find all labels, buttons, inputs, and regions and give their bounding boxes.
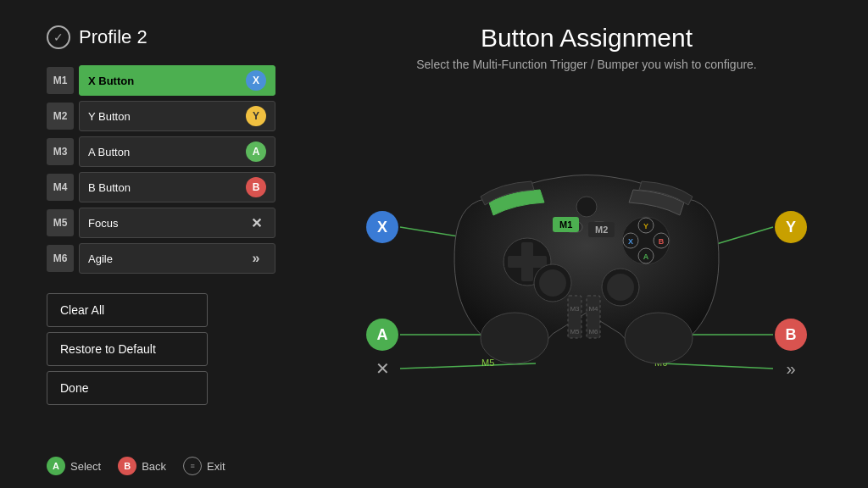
assignment-row-m5[interactable]: M5Focus✕ xyxy=(47,207,275,239)
svg-point-13 xyxy=(625,313,693,363)
page-subtitle: Select the Multi-Function Trigger / Bump… xyxy=(416,58,757,71)
svg-text:Y: Y xyxy=(643,222,648,230)
controller-image: Y A X B M3 M4 M5 M6 xyxy=(442,130,731,368)
assignment-row-m1[interactable]: M1X ButtonX xyxy=(47,64,275,97)
svg-point-20 xyxy=(539,269,566,297)
nav-label-select: Select xyxy=(70,460,101,473)
svg-text:M4: M4 xyxy=(588,305,598,313)
assignment-button-m2[interactable]: Y ButtonY xyxy=(79,101,275,131)
m1-active-pill: M1 xyxy=(553,217,579,232)
assignment-list: M1X ButtonXM2Y ButtonYM3A ButtonAM4B But… xyxy=(47,64,275,274)
profile-header: ✓ Profile 2 xyxy=(47,25,275,49)
bottom-nav: ASelectBBack≡Exit xyxy=(47,457,225,475)
m2-pill: M2 xyxy=(588,222,615,237)
focus-label: ✕ xyxy=(366,352,398,385)
profile-check-icon: ✓ xyxy=(47,25,70,49)
nav-badge-back: B xyxy=(118,457,136,475)
assignment-label-m5: Focus xyxy=(88,217,118,230)
nav-item-exit: ≡Exit xyxy=(183,457,225,475)
assignment-icon-m5: ✕ xyxy=(246,213,266,233)
svg-text:X: X xyxy=(628,237,633,246)
assignment-icon-m4: B xyxy=(246,177,266,197)
assignment-row-m3[interactable]: M3A ButtonA xyxy=(47,136,275,168)
nav-label-back: Back xyxy=(142,460,166,473)
left-panel: ✓ Profile 2 M1X ButtonXM2Y ButtonYM3A Bu… xyxy=(47,25,275,405)
y-label: Y xyxy=(775,211,807,243)
assignment-button-m6[interactable]: Agile» xyxy=(79,243,275,274)
restore-default-button[interactable]: Restore to Default xyxy=(47,332,208,366)
m-badge-m2: M2 xyxy=(47,103,74,130)
m-badge-m4: M4 xyxy=(47,174,74,201)
svg-rect-16 xyxy=(508,256,547,268)
controller-area: M1 M2 M3 M4 M5 M6 xyxy=(349,80,824,419)
m-badge-m3: M3 xyxy=(47,138,74,165)
assignment-button-m1[interactable]: X ButtonX xyxy=(79,65,275,96)
m-badge-m6: M6 xyxy=(47,245,74,272)
assignment-icon-m2: Y xyxy=(246,106,266,126)
svg-point-18 xyxy=(607,274,634,301)
nav-badge-select: A xyxy=(47,457,65,475)
action-buttons: Clear AllRestore to DefaultDone xyxy=(47,293,275,405)
assignment-label-m1: X Button xyxy=(88,75,134,87)
page-title: Button Assignment xyxy=(481,24,693,53)
assignment-label-m6: Agile xyxy=(88,252,113,265)
svg-text:M5: M5 xyxy=(570,328,580,336)
nav-badge-exit: ≡ xyxy=(183,457,202,475)
nav-item-back: BBack xyxy=(118,457,166,475)
done-button[interactable]: Done xyxy=(47,371,208,405)
svg-text:M3: M3 xyxy=(570,305,580,313)
assignment-button-m5[interactable]: Focus✕ xyxy=(79,208,275,238)
assignment-row-m4[interactable]: M4B ButtonB xyxy=(47,171,275,203)
svg-text:A: A xyxy=(643,252,649,261)
nav-item-select: ASelect xyxy=(47,457,101,475)
profile-title: Profile 2 xyxy=(79,26,147,48)
b-label: B xyxy=(775,319,807,351)
assignment-button-m3[interactable]: A ButtonA xyxy=(79,136,275,167)
svg-text:M6: M6 xyxy=(588,328,598,336)
m-badge-m1: M1 xyxy=(47,67,74,94)
assignment-row-m2[interactable]: M2Y ButtonY xyxy=(47,100,275,132)
assignment-row-m6[interactable]: M6Agile» xyxy=(47,242,275,274)
main-area: Button Assignment Select the Multi-Funct… xyxy=(305,0,868,488)
clear-all-button[interactable]: Clear All xyxy=(47,293,208,327)
assignment-label-m3: A Button xyxy=(88,146,130,158)
x-label: X xyxy=(366,211,398,243)
svg-text:B: B xyxy=(659,237,665,246)
assignment-button-m4[interactable]: B ButtonB xyxy=(79,172,275,202)
assignment-label-m2: Y Button xyxy=(88,110,131,123)
m-badge-m5: M5 xyxy=(47,209,74,236)
a-label: A xyxy=(366,319,398,351)
assignment-icon-m1: X xyxy=(246,70,266,91)
agile-label: » xyxy=(775,352,807,385)
assignment-label-m4: B Button xyxy=(88,181,131,194)
assignment-icon-m6: » xyxy=(246,248,266,269)
svg-point-32 xyxy=(576,197,597,217)
assignment-icon-m3: A xyxy=(246,141,266,162)
svg-point-12 xyxy=(481,313,548,363)
nav-label-exit: Exit xyxy=(207,460,225,473)
